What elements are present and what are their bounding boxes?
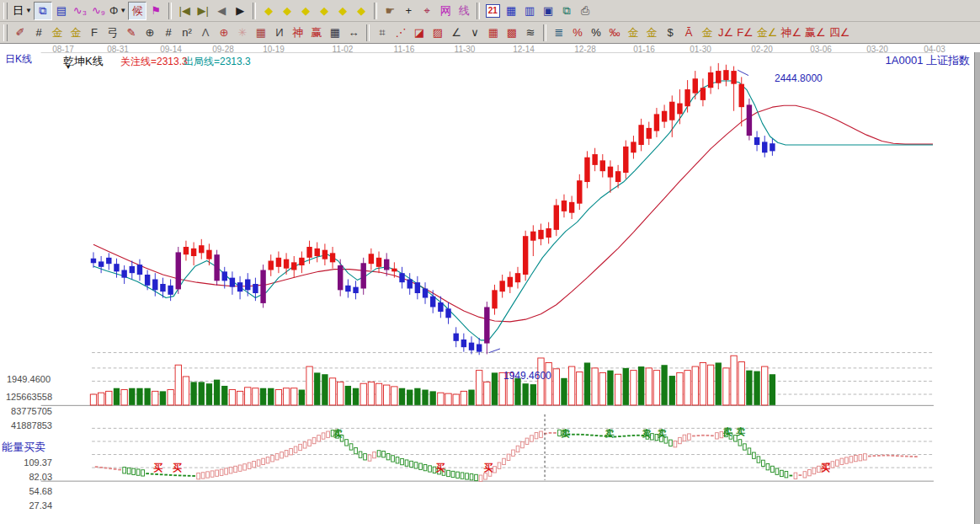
ying-angle-icon[interactable]: 赢∠	[803, 24, 828, 42]
wave-9-icon[interactable]: ∿₉	[89, 2, 108, 20]
brush-icon[interactable]: ✐	[11, 24, 29, 42]
hand-tool-icon[interactable]: ☛	[381, 2, 399, 20]
candle-body	[492, 290, 497, 308]
permille-icon[interactable]: ‰	[605, 24, 624, 42]
red-mesh-icon[interactable]: ▦	[484, 24, 503, 42]
candle-body	[669, 102, 674, 120]
matrix-view-icon[interactable]: ▦	[502, 2, 520, 20]
sub-indicator-label[interactable]: 能量买卖	[2, 440, 45, 455]
volume-bar-down	[114, 388, 120, 405]
oscillator-dash	[697, 435, 700, 436]
indicator-dropdown-arrow-icon[interactable]: ▼	[65, 63, 72, 71]
percent-icon[interactable]: %	[587, 24, 605, 42]
pin-tool-icon[interactable]: ⌖	[418, 2, 436, 20]
parallel-lines-icon[interactable]: ≋	[521, 24, 540, 42]
target-red-icon[interactable]: ⊕	[215, 24, 233, 42]
box-select-icon[interactable]: ⌗	[373, 24, 391, 42]
hash-grid-icon[interactable]: #	[29, 24, 48, 42]
av-line-icon[interactable]: Ā	[679, 24, 698, 42]
bow-grid-icon[interactable]: 弓	[104, 24, 122, 42]
buy-signal-marker: 买	[152, 463, 162, 473]
right-scrollbar[interactable]	[974, 52, 980, 524]
red-mesh-2-icon[interactable]: ▩	[503, 24, 521, 42]
a-line-icon[interactable]: Λ	[196, 24, 215, 42]
gann-box-icon[interactable]: ◪	[410, 24, 429, 42]
diamond-right-icon[interactable]: ◆	[278, 2, 296, 20]
gold-box-icon[interactable]: 金	[698, 24, 716, 42]
multi-window-icon[interactable]: ⧉	[557, 2, 576, 20]
list-stats-icon[interactable]: ≣	[550, 24, 568, 42]
candle-body	[647, 128, 652, 139]
shen-grid-icon[interactable]: 神	[289, 24, 307, 42]
candle-style-button[interactable]: Φ▼	[108, 2, 128, 20]
circle-grid-icon[interactable]: ⊕	[141, 24, 159, 42]
zoom-area-icon[interactable]: ⧉	[34, 2, 52, 20]
crosshair-tool-icon[interactable]: +	[399, 2, 418, 20]
n2-grid-icon[interactable]: n²	[178, 24, 196, 42]
next-icon[interactable]: ▶	[231, 2, 249, 20]
last-page-icon[interactable]: ▶|	[194, 2, 212, 20]
gold-circle-icon[interactable]: 金	[624, 24, 642, 42]
f-angle-icon[interactable]: F∠	[735, 24, 755, 42]
v-line-icon[interactable]: ∨	[466, 24, 484, 42]
volume-bar-up	[568, 366, 574, 405]
ying-grid-icon[interactable]: 赢	[307, 24, 326, 42]
si-angle-icon[interactable]: 四∠	[828, 24, 852, 42]
width-adjust-icon[interactable]: ↔	[344, 24, 363, 42]
candle-body	[269, 261, 274, 270]
diamond-zoomout-icon[interactable]: ◆	[352, 2, 370, 20]
period-day-button[interactable]: 日▼	[11, 2, 34, 20]
money-icon[interactable]: $	[661, 24, 679, 42]
shen-angle-icon[interactable]: 神∠	[779, 24, 803, 42]
oscillator-dash	[868, 456, 871, 457]
gold-grid-2-icon[interactable]: 金	[67, 24, 85, 42]
prev-icon[interactable]: ◀	[212, 2, 231, 20]
candle-body	[315, 249, 320, 256]
oscillator-bar	[127, 468, 130, 473]
save-icon[interactable]: ▣	[539, 2, 557, 20]
diamond-expand-icon[interactable]: ◆	[296, 2, 315, 20]
star-faded-icon[interactable]: ✳	[233, 24, 252, 42]
qiankun-kline-icon[interactable]: 候	[128, 2, 146, 20]
j-angle-icon[interactable]: J∠	[716, 24, 735, 42]
oscillator-bar	[716, 433, 719, 439]
calendar-icon[interactable]: 21	[483, 2, 502, 20]
f-grid-icon[interactable]: F	[85, 24, 104, 42]
i-quote-icon[interactable]: И	[270, 24, 289, 42]
oscillator-bar	[461, 473, 464, 479]
red-grid-icon[interactable]: ▦	[252, 24, 270, 42]
wave-3-icon[interactable]: ∿₃	[71, 2, 89, 20]
toolbar-grip	[3, 3, 8, 19]
oscillator-dash	[164, 474, 168, 476]
oscillator-dash	[618, 436, 621, 437]
print-icon[interactable]: ⎙	[576, 2, 594, 20]
notes-icon[interactable]: ▥	[520, 2, 539, 20]
first-page-icon[interactable]: |◀	[175, 2, 194, 20]
chart-canvas[interactable]: 买买买买买卖卖卖卖卖卖卖	[0, 44, 980, 524]
oscillator-dash	[549, 432, 552, 434]
color-flag-icon[interactable]: ⚑	[146, 2, 165, 20]
percent-strike-icon[interactable]: %	[568, 24, 587, 42]
gold-angle-icon[interactable]: 金∠	[755, 24, 780, 42]
candle-body	[708, 72, 713, 88]
gann-grid-icon[interactable]: ▨	[429, 24, 447, 42]
gold-lines-icon[interactable]: 金	[642, 24, 661, 42]
toolbar-separator	[168, 3, 172, 19]
net-tool-icon[interactable]: 网	[436, 2, 455, 20]
gann-rays-icon[interactable]: ⋰	[391, 24, 410, 42]
diamond-zoomin-icon[interactable]: ◆	[333, 2, 352, 20]
oscillator-bar	[262, 458, 265, 464]
brain-lines-icon[interactable]: 线	[455, 2, 473, 20]
oscillator-bar	[535, 432, 538, 438]
trend-line-icon[interactable]: ∠	[447, 24, 466, 42]
oscillator-bar	[349, 444, 353, 450]
volume-bar-up	[384, 385, 390, 405]
volume-bar-down	[345, 386, 351, 405]
hash-grid-2-icon[interactable]: #	[159, 24, 178, 42]
gold-grid-1-icon[interactable]: 金	[48, 24, 67, 42]
info-panel-icon[interactable]: ▤	[52, 2, 71, 20]
red-pen-grid-icon[interactable]: ✎	[122, 24, 141, 42]
diamond-left-icon[interactable]: ◆	[259, 2, 278, 20]
diamond-compress-icon[interactable]: ◆	[315, 2, 333, 20]
grid-123-icon[interactable]: ▦	[326, 24, 344, 42]
